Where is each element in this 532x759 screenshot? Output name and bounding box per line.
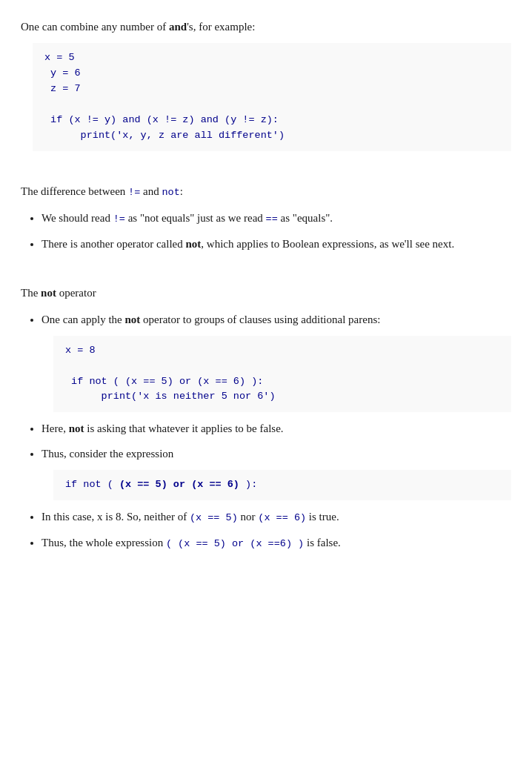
not-title-suffix: operator <box>56 287 96 299</box>
code-block-2: x = 8 if not ( (x == 5) or (x == 6) ): p… <box>53 336 511 413</box>
not-bullet-4: In this case, x is 8. So, neither of (x … <box>41 508 511 526</box>
intro-bold: and <box>169 21 187 33</box>
intro-paragraph: One can combine any number of and's, for… <box>21 18 511 36</box>
not-b4-code2: (x == 6) <box>258 512 306 523</box>
intro-text-prefix: One can combine any number of <box>21 21 169 33</box>
intro-text-suffix: 's, for example: <box>187 21 255 33</box>
code-block-3: if not ( (x == 5) or (x == 6) ): <box>53 470 511 500</box>
diff-title-suffix: : <box>180 185 183 197</box>
not-title-bold: not <box>41 287 56 299</box>
diff-inline-code-2: not <box>162 187 179 198</box>
diff-section: The difference between != and not: We sh… <box>21 182 511 253</box>
not-bullet-3: Thus, consider the expression if not ( (… <box>41 445 511 500</box>
not-bullet-list-2: In this case, x is 8. So, neither of (x … <box>41 508 511 551</box>
diff-bullet-1: We should read != as "not equals" just a… <box>41 209 511 228</box>
diff-bullet-2: There is another operator called not, wh… <box>41 235 511 253</box>
not-b4-code1: (x == 5) <box>190 512 238 523</box>
not-b1-bold: not <box>124 314 140 325</box>
not-section: The not operator One can apply the not o… <box>21 284 511 552</box>
code-block-1: x = 5 y = 6 z = 7 if (x != y) and (x != … <box>33 43 511 151</box>
not-bullet-1: One can apply the not operator to groups… <box>41 311 511 413</box>
diff-bullet-list: We should read != as "not equals" just a… <box>41 209 511 253</box>
diff-inline-code-1: != <box>128 187 140 198</box>
diff-b1-code1: != <box>113 213 125 225</box>
not-b5-code: ( (x == 5) or (x ==6) ) <box>166 538 304 549</box>
not-bullet-list-1: One can apply the not operator to groups… <box>41 311 511 501</box>
diff-title-prefix: The difference between <box>21 185 128 197</box>
intro-section: One can combine any number of and's, for… <box>21 18 511 151</box>
not-bullet-2: Here, not is asking that whatever it app… <box>41 420 511 437</box>
not-title: The not operator <box>21 284 511 302</box>
diff-b1-code2: == <box>266 213 278 225</box>
diff-title-mid: and <box>140 185 162 197</box>
diff-b2-bold: not <box>186 238 202 250</box>
not-title-prefix: The <box>21 287 41 299</box>
not-b2-bold: not <box>69 422 84 434</box>
not-bullet-5: Thus, the whole expression ( (x == 5) or… <box>41 534 511 552</box>
diff-title: The difference between != and not: <box>21 182 511 201</box>
